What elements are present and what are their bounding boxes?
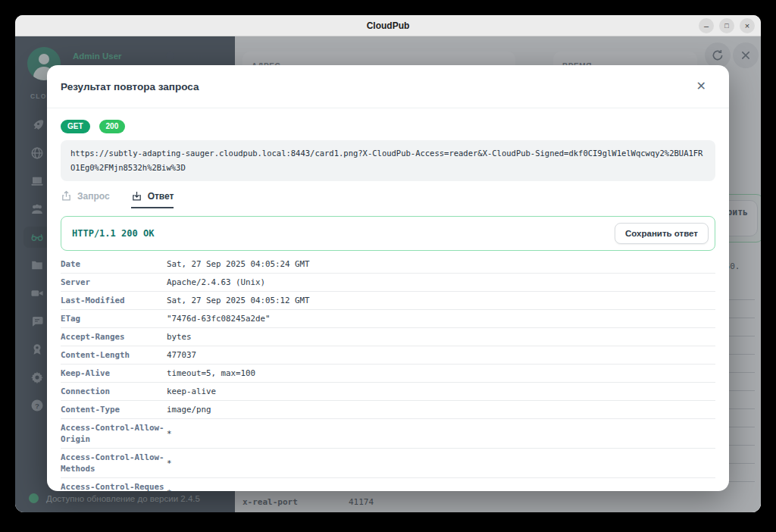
response-headers-table: Date Sat, 27 Sep 2025 04:05:24 GMT Serve… [61,255,715,491]
header-value: Sat, 27 Sep 2025 04:05:12 GMT [167,296,715,305]
header-name: Keep-Alive [61,368,167,379]
modal-body: GET 200 https://subtly-adapting-sauger.c… [47,120,729,491]
header-row: Content-Length 477037 [61,346,715,365]
header-name: Date [61,258,167,270]
header-name: Content-Length [61,349,167,361]
response-status-box: HTTP/1.1 200 OK Сохранить ответ [61,216,715,251]
tab-request-label: Запрос [77,191,110,202]
http-status-line: HTTP/1.1 200 OK [72,228,154,239]
titlebar: CloudPub – □ × [15,15,761,36]
header-row: Access-Control-Allow-Methods * [61,449,715,478]
header-name: ETag [61,313,167,324]
tab-response[interactable]: Ответ [131,190,174,208]
header-row: Date Sat, 27 Sep 2025 04:05:24 GMT [61,255,715,274]
header-value: 477037 [167,350,715,360]
header-name: Access-Control-Allow-Origin [61,422,167,445]
tab-response-label: Ответ [148,191,174,202]
download-icon [131,190,142,202]
header-name: Content-Type [61,404,167,415]
header-value: Sat, 27 Sep 2025 04:05:24 GMT [167,259,715,269]
header-name: Connection [61,386,167,397]
modal-close-button[interactable]: ✕ [696,80,714,92]
header-row: Access-Control-Allow-Origin * [61,419,715,449]
replay-result-modal: Результат повтора запроса ✕ GET 200 http… [47,65,729,491]
method-badge: GET [61,120,90,133]
header-row: Accept-Ranges bytes [61,328,715,346]
header-value: * [167,488,715,492]
header-value: image/png [167,405,715,415]
header-value: timeout=5, max=100 [167,368,715,378]
header-row: Last-Modified Sat, 27 Sep 2025 04:05:12 … [61,292,715,310]
request-badges: GET 200 [61,120,715,133]
window-controls: – □ × [699,18,755,33]
save-response-button[interactable]: Сохранить ответ [615,223,709,244]
request-url: https://subtly-adapting-sauger.cloudpub.… [61,140,715,181]
header-row: Connection keep-alive [61,383,715,401]
header-row: Keep-Alive timeout=5, max=100 [61,365,715,383]
window-title: CloudPub [367,20,410,31]
minimize-button[interactable]: – [699,18,714,33]
app-window: CloudPub – □ × Admin User CLOUDPUB [15,15,761,512]
header-name: Server [61,277,167,288]
header-value: bytes [167,332,715,342]
close-window-button[interactable]: × [740,18,755,33]
modal-header: Результат повтора запроса ✕ [47,65,729,108]
upload-icon [61,190,72,202]
status-code-badge: 200 [99,120,126,133]
tab-request[interactable]: Запрос [61,190,110,208]
header-name: Access-Control-Allow-Methods [61,452,167,474]
header-name: Accept-Ranges [61,331,167,343]
modal-tabs: Запрос Ответ [61,190,715,208]
header-row: Server Apache/2.4.63 (Unix) [61,274,715,292]
header-name: Last-Modified [61,295,167,306]
header-name: Access-Control-Request-Method [61,481,167,491]
header-value: keep-alive [167,386,715,396]
header-value: "7476d-63fc08245a2de" [167,314,715,324]
modal-title: Результат повтора запроса [61,81,199,92]
header-row: Content-Type image/png [61,401,715,419]
header-value: Apache/2.4.63 (Unix) [167,277,715,287]
header-value: * [167,458,715,468]
maximize-button[interactable]: □ [719,18,734,33]
header-value: * [167,429,715,439]
header-row: Access-Control-Request-Method * [61,478,715,491]
header-row: ETag "7476d-63fc08245a2de" [61,310,715,328]
